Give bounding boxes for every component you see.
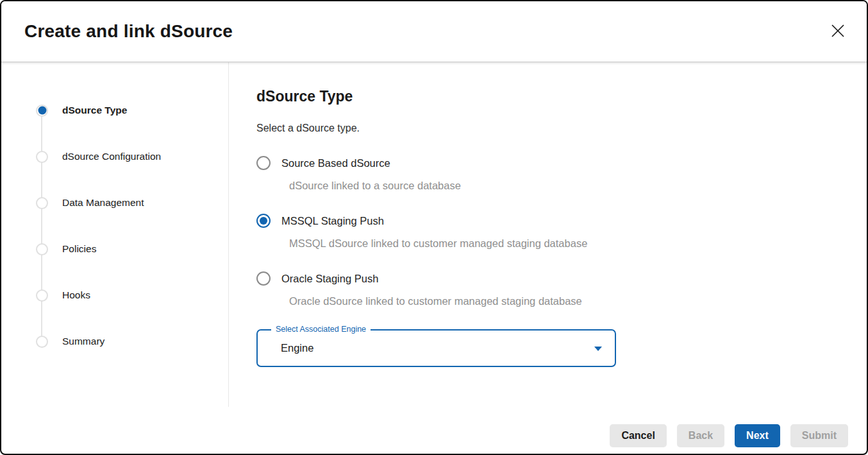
step-label: dSource Configuration xyxy=(62,151,161,162)
back-button[interactable]: Back xyxy=(677,424,724,447)
associated-engine-select[interactable]: Select Associated Engine Engine xyxy=(256,329,616,367)
wizard-stepper: dSource Type dSource Configuration Data … xyxy=(1,62,229,407)
radio-label: Oracle Staging Push xyxy=(281,273,378,285)
stepper-step-hooks[interactable]: Hooks xyxy=(1,272,228,318)
step-active-dot-icon xyxy=(36,105,48,117)
select-value: Engine xyxy=(258,342,313,354)
step-heading: dSource Type xyxy=(256,88,846,105)
close-button[interactable] xyxy=(827,21,849,42)
chevron-down-icon xyxy=(594,347,602,351)
next-button[interactable]: Next xyxy=(735,424,780,447)
dialog-footer: Cancel Back Next Submit xyxy=(610,424,848,447)
dsource-type-radio-group: Source Based dSource dSource linked to a… xyxy=(256,156,846,307)
radio-selected-icon[interactable] xyxy=(256,214,271,228)
option-source-based-dsource: Source Based dSource dSource linked to a… xyxy=(256,156,846,192)
step-label: dSource Type xyxy=(62,105,127,116)
radio-unselected-icon[interactable] xyxy=(256,156,271,170)
step-dot-icon xyxy=(36,336,48,348)
step-label: Data Management xyxy=(62,197,144,209)
radio-unselected-icon[interactable] xyxy=(256,271,271,286)
create-dsource-dialog: Create and link dSource dSource Type xyxy=(0,0,868,455)
radio-row[interactable]: MSSQL Staging Push xyxy=(256,214,846,228)
radio-description: dSource linked to a source database xyxy=(289,180,846,192)
option-mssql-staging-push: MSSQL Staging Push MSSQL dSource linked … xyxy=(256,214,846,250)
dialog-body: dSource Type dSource Configuration Data … xyxy=(1,62,867,454)
step-dot-icon xyxy=(36,243,48,255)
cancel-button[interactable]: Cancel xyxy=(610,424,666,447)
stepper-step-data-management[interactable]: Data Management xyxy=(1,180,228,226)
radio-label: Source Based dSource xyxy=(281,157,390,169)
radio-description: MSSQL dSource linked to customer managed… xyxy=(289,237,846,250)
step-dot-icon xyxy=(36,197,48,209)
step-content-panel: dSource Type Select a dSource type. Sour… xyxy=(256,62,846,367)
radio-label: MSSQL Staging Push xyxy=(281,215,384,227)
option-oracle-staging-push: Oracle Staging Push Oracle dSource linke… xyxy=(256,271,846,307)
submit-button[interactable]: Submit xyxy=(790,424,848,447)
dialog-header: Create and link dSource xyxy=(1,1,867,62)
step-label: Summary xyxy=(62,336,104,347)
dialog-title: Create and link dSource xyxy=(24,21,233,42)
stepper-step-dsource-type[interactable]: dSource Type xyxy=(1,87,228,133)
step-subheading: Select a dSource type. xyxy=(256,123,846,134)
radio-description: Oracle dSource linked to customer manage… xyxy=(289,295,846,307)
step-label: Hooks xyxy=(62,289,90,301)
step-label: Policies xyxy=(62,243,96,255)
stepper-step-summary[interactable]: Summary xyxy=(1,318,228,365)
step-dot-icon xyxy=(36,289,48,302)
stepper-step-policies[interactable]: Policies xyxy=(1,226,228,272)
radio-row[interactable]: Source Based dSource xyxy=(256,156,846,170)
close-icon xyxy=(830,22,846,41)
step-dot-icon xyxy=(36,151,48,163)
radio-row[interactable]: Oracle Staging Push xyxy=(256,271,846,286)
stepper-step-dsource-configuration[interactable]: dSource Configuration xyxy=(1,133,228,180)
select-floating-label: Select Associated Engine xyxy=(271,325,371,334)
